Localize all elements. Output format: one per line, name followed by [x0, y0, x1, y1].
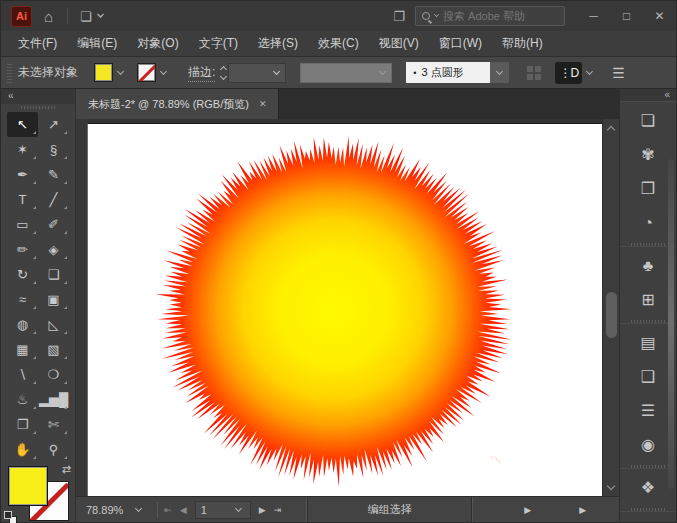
drawing-mode-toggle[interactable]: ⋮D [555, 62, 582, 84]
magic-wand-tool[interactable]: ✶ [7, 137, 38, 162]
chevron-down-icon [586, 68, 593, 75]
stroke-label[interactable]: 描边: [188, 64, 215, 82]
menu-help[interactable]: 帮助(H) [493, 32, 552, 55]
rotate-tool[interactable]: ↻ [7, 262, 38, 287]
dock-group-export: ❖ [620, 511, 676, 523]
document-tab[interactable]: 未标题-2* @ 78.89% (RGB/预览) ✕ [76, 89, 279, 119]
stroke-icon[interactable]: ☰ [628, 394, 668, 427]
chevron-down-icon [235, 505, 242, 512]
options-list-icon[interactable]: ☰ [612, 65, 625, 81]
mesh-tool[interactable]: ▦ [7, 337, 38, 362]
pen-tool[interactable]: ✒ [7, 162, 38, 187]
scroll-up-icon[interactable] [603, 121, 619, 135]
asset-export-icon[interactable]: ❖ [628, 514, 668, 523]
eyedropper-tool[interactable]: ∖ [7, 362, 38, 387]
tools-panel-gripper[interactable] [1, 104, 75, 111]
color-guide-icon[interactable]: ✾ [628, 138, 668, 171]
menu-type[interactable]: 文字(T) [190, 32, 247, 55]
menu-select[interactable]: 选择(S) [249, 32, 307, 55]
dock-expand-button[interactable]: « [620, 89, 676, 101]
symbol-sprayer-tool[interactable]: ♨ [7, 387, 38, 412]
zoom-level-control[interactable]: 78.89% [76, 504, 151, 516]
stroke-width-stepper[interactable] [221, 67, 226, 79]
swatches-icon[interactable]: ❒ [628, 172, 668, 205]
close-button[interactable]: ✕ [643, 1, 676, 31]
lasso-tool[interactable]: § [38, 137, 69, 162]
perspective-grid-tool[interactable]: ◺ [38, 312, 69, 337]
free-transform-tool[interactable]: ▣ [38, 287, 69, 312]
menu-window[interactable]: 窗口(W) [430, 32, 491, 55]
color-icon[interactable]: ❏ [628, 104, 668, 137]
scale-tool[interactable]: ❏ [38, 262, 69, 287]
previous-artboard-button[interactable]: ◀ [180, 505, 187, 515]
status-flyout-icon[interactable]: ▶ [579, 505, 586, 515]
tools-panel-header[interactable]: « [1, 89, 75, 104]
brush-definition-dropdown[interactable]: • 3 点圆形 [406, 62, 509, 83]
eraser-tool[interactable]: ◈ [38, 237, 69, 262]
swap-fill-stroke-icon[interactable]: ⇄ [62, 463, 71, 476]
vertical-scrollbar[interactable] [602, 119, 619, 496]
menubar: 文件(F)编辑(E)对象(O)文字(T)选择(S)效果(C)视图(V)窗口(W)… [1, 31, 676, 57]
selection-tool[interactable]: ↖ [7, 112, 38, 137]
layers-icon[interactable]: ❖ [628, 471, 668, 504]
rectangle-tool[interactable]: ▭ [7, 212, 38, 237]
sun-artwork[interactable] [88, 124, 602, 496]
pencil-tool[interactable]: ✏ [7, 237, 38, 262]
panel-gripper[interactable] [7, 63, 12, 83]
stroke-none-swatch[interactable] [137, 63, 156, 82]
slice-tool[interactable]: ✄ [38, 412, 69, 437]
artboard-canvas[interactable] [87, 123, 602, 496]
artboard-number-field[interactable]: 1 [195, 501, 251, 519]
selection-status-label: 未选择对象 [18, 64, 78, 81]
blend-tool[interactable]: ❍ [38, 362, 69, 387]
curvature-tool[interactable]: ✎ [38, 162, 69, 187]
artboards-grid-icon[interactable]: ⊞ [628, 283, 668, 316]
arrange-documents-icon[interactable]: ❐ [393, 9, 405, 24]
gradient-icon[interactable]: ▤ [628, 326, 668, 359]
fill-indicator[interactable] [8, 466, 48, 506]
menu-view[interactable]: 视图(V) [370, 32, 428, 55]
paintbrush-tool[interactable]: ✐ [38, 212, 69, 237]
symbols-icon[interactable]: ♣ [628, 249, 668, 282]
help-search[interactable] [415, 6, 565, 26]
hand-tool[interactable]: ✋ [7, 437, 38, 462]
brush-dropdown-button[interactable] [490, 62, 509, 83]
fill-color-control[interactable] [94, 63, 127, 82]
direct-selection-tool[interactable]: ↗ [38, 112, 69, 137]
width-tool[interactable]: ≈ [7, 287, 38, 312]
workspace-switcher[interactable]: ❏ [80, 9, 104, 24]
tab-close-icon[interactable]: ✕ [259, 99, 267, 109]
menu-effect[interactable]: 效果(C) [309, 32, 368, 55]
status-bar: 78.89% ⇤ ◀ 1 ▶ ⇥ 编组选择 ▶ ▶ [76, 496, 619, 522]
brushes-icon[interactable]: ◔ [628, 206, 668, 239]
menu-edit[interactable]: 编辑(E) [68, 32, 126, 55]
maximize-button[interactable]: □ [610, 1, 643, 31]
menu-object[interactable]: 对象(O) [128, 32, 187, 55]
zoom-tool[interactable]: ⚲ [38, 437, 69, 462]
transparency-icon[interactable]: ❑ [628, 360, 668, 393]
stroke-width-field[interactable] [228, 63, 286, 83]
scroll-down-icon[interactable] [603, 480, 619, 494]
last-artboard-button[interactable]: ⇥ [274, 505, 282, 515]
home-icon[interactable]: ⌂ [44, 8, 53, 25]
next-artboard-button[interactable]: ▶ [259, 505, 266, 515]
status-flyout-icon[interactable]: ▶ [524, 505, 531, 515]
minimize-button[interactable]: ─ [577, 1, 610, 31]
scrollbar-thumb[interactable] [606, 292, 617, 338]
fill-swatch[interactable] [94, 63, 113, 82]
column-graph-tool[interactable]: ▂▅█ [38, 387, 69, 412]
search-input[interactable] [443, 10, 543, 22]
appearance-icon[interactable]: ◉ [628, 428, 668, 461]
menu-file[interactable]: 文件(F) [9, 32, 66, 55]
artboard-navigation: ⇤ ◀ 1 ▶ ⇥ [164, 501, 281, 519]
line-segment-tool[interactable]: ╱ [38, 187, 69, 212]
shape-builder-tool[interactable]: ◍ [7, 312, 38, 337]
type-tool[interactable]: T [7, 187, 38, 212]
stroke-color-control[interactable] [137, 63, 170, 82]
default-fill-stroke-icon[interactable] [4, 511, 17, 523]
artboard-tool[interactable]: ❐ [7, 412, 38, 437]
brush-value-field[interactable]: • 3 点圆形 [406, 62, 490, 83]
gradient-tool[interactable]: ▧ [38, 337, 69, 362]
dock-rail [668, 159, 674, 489]
first-artboard-button[interactable]: ⇤ [164, 505, 172, 515]
